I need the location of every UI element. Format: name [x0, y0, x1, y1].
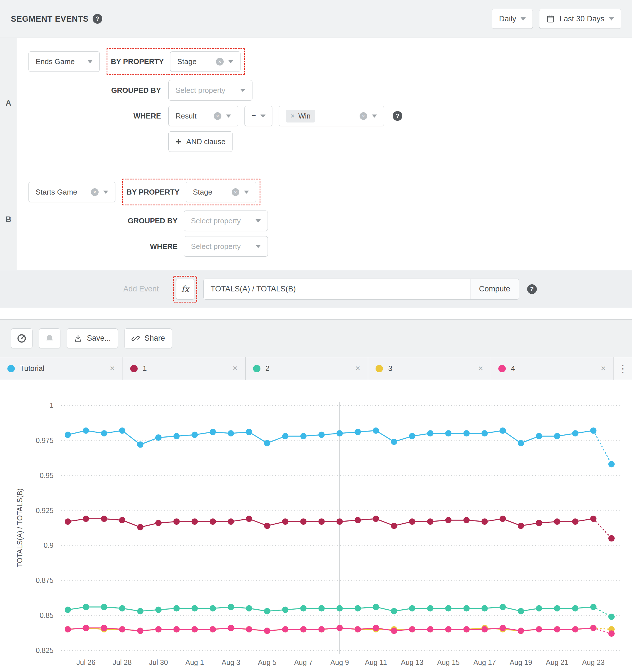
data-point-Tutorial[interactable] — [554, 433, 560, 439]
data-point-2[interactable] — [191, 605, 198, 611]
data-point-2[interactable] — [409, 605, 415, 611]
data-point-4[interactable] — [463, 626, 470, 632]
data-point-Tutorial[interactable] — [590, 427, 596, 434]
data-point-1[interactable] — [445, 517, 452, 523]
data-point-Tutorial[interactable] — [482, 430, 488, 436]
data-point-1[interactable] — [499, 515, 506, 522]
data-point-2[interactable] — [173, 605, 180, 611]
data-point-4[interactable] — [300, 626, 307, 632]
data-point-2[interactable] — [300, 605, 307, 611]
data-point-4[interactable] — [499, 625, 506, 631]
data-point-2[interactable] — [246, 605, 252, 611]
data-point-4[interactable] — [409, 626, 415, 632]
help-icon[interactable]: ? — [393, 111, 402, 121]
clear-icon[interactable]: ✕ — [214, 112, 221, 120]
data-point-4[interactable] — [228, 625, 234, 631]
save-button[interactable]: Save... — [67, 329, 118, 349]
data-point-1[interactable] — [210, 519, 216, 525]
data-point-2[interactable] — [572, 605, 579, 611]
clear-icon[interactable]: ✕ — [232, 188, 239, 196]
data-point-Tutorial[interactable] — [210, 429, 216, 435]
legend-tab-tutorial[interactable]: Tutorial✕ — [0, 357, 123, 380]
data-point-Tutorial[interactable] — [373, 427, 379, 434]
data-point-1[interactable] — [336, 519, 343, 525]
data-point-2[interactable] — [210, 605, 216, 611]
help-icon[interactable]: ? — [93, 14, 102, 24]
data-point-Tutorial[interactable] — [246, 429, 252, 435]
data-point-1[interactable] — [391, 523, 397, 529]
granularity-dropdown[interactable]: Daily — [492, 9, 533, 29]
data-point-4[interactable] — [608, 630, 615, 637]
data-point-Tutorial[interactable] — [318, 432, 325, 438]
data-point-2[interactable] — [355, 605, 361, 611]
data-point-4[interactable] — [590, 625, 596, 631]
data-point-Tutorial[interactable] — [409, 433, 415, 439]
share-button[interactable]: Share — [124, 329, 172, 349]
data-point-Tutorial[interactable] — [572, 430, 579, 436]
data-point-Tutorial[interactable] — [101, 430, 107, 436]
data-point-1[interactable] — [482, 519, 488, 525]
data-point-1[interactable] — [155, 520, 162, 526]
data-point-4[interactable] — [391, 628, 397, 634]
data-point-4[interactable] — [155, 626, 162, 632]
data-point-2[interactable] — [318, 605, 325, 611]
data-point-4[interactable] — [536, 626, 542, 632]
data-point-2[interactable] — [554, 605, 560, 611]
close-icon[interactable]: ✕ — [110, 365, 115, 372]
data-point-1[interactable] — [173, 519, 180, 525]
data-point-4[interactable] — [518, 628, 524, 634]
data-point-1[interactable] — [518, 523, 524, 529]
data-point-4[interactable] — [173, 626, 180, 632]
data-point-Tutorial[interactable] — [499, 427, 506, 434]
data-point-Tutorial[interactable] — [228, 430, 234, 436]
data-point-2[interactable] — [228, 604, 234, 610]
data-point-2[interactable] — [137, 608, 143, 614]
data-point-Tutorial[interactable] — [191, 432, 198, 438]
data-point-2[interactable] — [264, 608, 271, 614]
where-a-operator-dropdown[interactable]: = — [244, 106, 273, 126]
data-point-4[interactable] — [318, 626, 325, 632]
event-a-dropdown[interactable]: Ends Game — [28, 51, 100, 72]
date-range-dropdown[interactable]: Last 30 Days — [539, 9, 621, 29]
dashboard-button[interactable] — [11, 329, 32, 349]
data-point-Tutorial[interactable] — [608, 461, 615, 467]
data-point-2[interactable] — [373, 604, 379, 610]
close-icon[interactable]: ✕ — [355, 365, 360, 372]
data-point-Tutorial[interactable] — [355, 429, 361, 435]
data-point-4[interactable] — [282, 626, 288, 632]
data-point-2[interactable] — [336, 605, 343, 611]
data-point-1[interactable] — [590, 515, 596, 522]
legend-tab-2[interactable]: 2✕ — [245, 357, 369, 380]
data-point-4[interactable] — [137, 628, 143, 634]
data-point-2[interactable] — [518, 608, 524, 614]
data-point-Tutorial[interactable] — [536, 433, 542, 439]
data-point-1[interactable] — [65, 519, 71, 525]
data-point-4[interactable] — [101, 625, 107, 631]
close-icon[interactable]: ✕ — [478, 365, 483, 372]
data-point-1[interactable] — [409, 519, 415, 525]
data-point-2[interactable] — [101, 604, 107, 610]
where-a-property-dropdown[interactable]: Result ✕ — [168, 106, 238, 126]
data-point-1[interactable] — [554, 519, 560, 525]
alert-button[interactable] — [39, 329, 61, 349]
data-point-Tutorial[interactable] — [282, 433, 288, 439]
data-point-Tutorial[interactable] — [264, 440, 271, 447]
data-point-4[interactable] — [191, 626, 198, 632]
compute-button[interactable]: Compute — [470, 279, 519, 300]
grouped-by-a-dropdown[interactable]: Select property — [168, 80, 253, 100]
data-point-Tutorial[interactable] — [427, 430, 434, 436]
data-point-2[interactable] — [482, 605, 488, 611]
formula-input[interactable] — [204, 279, 470, 300]
data-point-2[interactable] — [499, 604, 506, 610]
data-point-2[interactable] — [155, 606, 162, 613]
data-point-2[interactable] — [590, 604, 596, 610]
data-point-4[interactable] — [264, 628, 271, 634]
clear-icon[interactable]: ✕ — [216, 58, 224, 66]
close-icon[interactable]: ✕ — [232, 365, 238, 372]
data-point-4[interactable] — [445, 626, 452, 632]
data-point-1[interactable] — [572, 519, 579, 525]
remove-token-icon[interactable]: ✕ — [290, 113, 295, 119]
data-point-4[interactable] — [427, 626, 434, 632]
data-point-1[interactable] — [101, 515, 107, 522]
data-point-4[interactable] — [572, 626, 579, 632]
